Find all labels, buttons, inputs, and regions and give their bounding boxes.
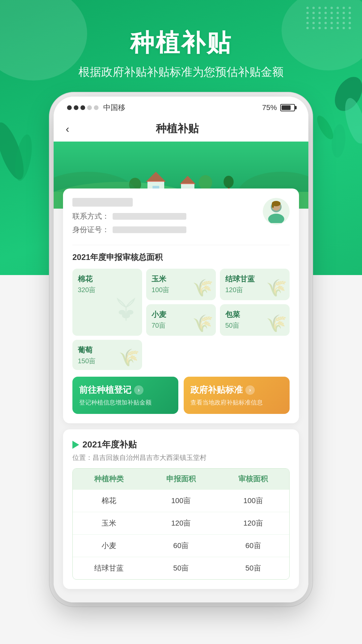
standard-button[interactable]: 政府补贴标准 › 查看当地政府补贴标准信息 xyxy=(184,377,290,414)
svg-point-24 xyxy=(224,176,234,188)
cell-reviewed-2: 60亩 xyxy=(217,535,289,557)
standard-btn-sub: 查看当地政府补贴标准信息 xyxy=(190,398,283,407)
phone-content: 联系方式： 身份证号： xyxy=(54,189,308,602)
svg-rect-31 xyxy=(272,204,274,208)
svg-point-22 xyxy=(199,175,212,190)
crop-card-cabbage: 结球甘蓝 120亩 🌾 xyxy=(220,269,290,300)
battery-pct: 75% xyxy=(262,103,277,112)
user-avatar xyxy=(263,198,290,225)
svg-marker-15 xyxy=(146,172,166,182)
cell-crop-1: 玉米 xyxy=(73,512,145,534)
standard-arrow: › xyxy=(245,385,255,395)
battery-fill xyxy=(282,105,291,110)
table-row: 玉米 120亩 120亩 xyxy=(73,512,289,534)
table-body: 棉花 100亩 100亩 玉米 120亩 120亩 小麦 60亩 60亩 结球甘… xyxy=(73,489,289,579)
navbar-title: 种植补贴 xyxy=(69,121,286,136)
location-text: 位置：昌吉回族自治州昌吉市大西渠镇玉堂村 xyxy=(72,453,290,462)
table-header-crop: 种植种类 xyxy=(73,469,145,489)
crop-card-corn: 玉米 100亩 🌾 xyxy=(146,269,216,300)
crop-card-grape: 葡萄 150亩 🌾 xyxy=(72,340,142,370)
cell-declared-1: 120亩 xyxy=(145,512,217,534)
register-arrow: › xyxy=(134,385,143,395)
table-header-declared: 申报面积 xyxy=(145,469,217,489)
status-right: 75% xyxy=(262,103,295,112)
signal-dot-5 xyxy=(94,105,99,110)
table-row: 小麦 60亩 60亩 xyxy=(73,534,289,557)
crop-card-wheat: 小麦 70亩 🌾 xyxy=(146,304,216,336)
user-details: 联系方式： 身份证号： xyxy=(72,198,263,238)
id-value-blurred xyxy=(113,226,186,233)
user-info-row: 联系方式： 身份证号： xyxy=(72,198,290,238)
cell-declared-0: 100亩 xyxy=(145,490,217,512)
cell-crop-0: 棉花 xyxy=(73,490,145,512)
user-id-field: 身份证号： xyxy=(72,225,263,235)
standard-btn-title: 政府补贴标准 › xyxy=(190,384,283,396)
signal-dot-3 xyxy=(80,105,85,110)
phone-frame: 中国移 75% ‹ 种植补贴 xyxy=(54,97,308,602)
divider-1 xyxy=(72,245,290,245)
header-section: 种植补贴 根据政府补贴补贴标准为您预估补贴金额 xyxy=(0,0,362,80)
crop-icon-pakchoi: 🌾 xyxy=(266,314,287,333)
crop-name-cotton: 棉花 xyxy=(78,274,137,284)
subsidy-title: 2021年度补贴 xyxy=(82,439,137,450)
table-header-reviewed: 审核面积 xyxy=(217,469,289,489)
action-row: 前往种植登记 › 登记种植信息增加补贴金额 政府补贴标准 › 查看当地政府补贴标… xyxy=(72,377,290,414)
battery-bar xyxy=(280,104,295,111)
main-title: 种植补贴 xyxy=(0,27,362,59)
subsidy-card: 2021年度补贴 位置：昌吉回族自治州昌吉市大西渠镇玉堂村 种植种类 申报面积 … xyxy=(63,429,299,589)
cell-reviewed-3: 50亩 xyxy=(217,557,289,579)
crop-icon-grape: 🌾 xyxy=(119,348,139,367)
cell-declared-3: 50亩 xyxy=(145,557,217,579)
user-name-blurred xyxy=(72,198,133,207)
crop-area-cotton: 320亩 xyxy=(78,285,137,294)
status-bar: 中国移 75% xyxy=(54,97,308,116)
contact-value-blurred xyxy=(113,213,186,220)
table-row: 棉花 100亩 100亩 xyxy=(73,489,289,512)
crop-card-cotton: 棉花 320亩 xyxy=(72,269,142,336)
signal-dot-4 xyxy=(87,105,92,110)
user-contact-field: 联系方式： xyxy=(72,211,263,221)
signal-dot-1 xyxy=(67,105,72,110)
cell-crop-2: 小麦 xyxy=(73,535,145,557)
register-btn-title: 前往种植登记 › xyxy=(79,384,172,396)
cell-crop-3: 结球甘蓝 xyxy=(73,557,145,579)
svg-point-28 xyxy=(268,214,284,223)
sub-title: 根据政府补贴补贴标准为您预估补贴金额 xyxy=(0,64,362,80)
crop-icon-cabbage: 🌾 xyxy=(266,278,287,298)
back-button[interactable]: ‹ xyxy=(66,123,69,135)
phone-mockup: 中国移 75% ‹ 种植补贴 xyxy=(0,97,362,623)
crop-icon-cotton xyxy=(113,297,139,330)
user-info-card: 联系方式： 身份证号： xyxy=(63,189,299,423)
register-btn-sub: 登记种植信息增加补贴金额 xyxy=(79,398,172,407)
carrier-text: 中国移 xyxy=(103,103,125,113)
app-navbar: ‹ 种植补贴 xyxy=(54,116,308,142)
svg-point-34 xyxy=(127,310,133,315)
crop-icon-corn: 🌾 xyxy=(192,278,213,298)
register-button[interactable]: 前往种植登记 › 登记种植信息增加补贴金额 xyxy=(72,377,178,414)
cell-reviewed-1: 120亩 xyxy=(217,512,289,534)
id-label: 身份证号： xyxy=(72,225,109,235)
crop-section-title: 2021年度申报审核总面积 xyxy=(72,252,290,263)
table-row: 结球甘蓝 50亩 50亩 xyxy=(73,557,289,579)
crop-card-pakchoi: 包菜 50亩 🌾 xyxy=(220,304,290,336)
triangle-icon xyxy=(72,441,79,449)
cell-reviewed-0: 100亩 xyxy=(217,490,289,512)
subsidy-table: 种植种类 申报面积 审核面积 棉花 100亩 100亩 玉米 120亩 120亩… xyxy=(72,468,290,580)
cell-declared-2: 60亩 xyxy=(145,535,217,557)
table-header: 种植种类 申报面积 审核面积 xyxy=(73,469,289,489)
contact-label: 联系方式： xyxy=(72,211,109,221)
status-left: 中国移 xyxy=(67,103,125,113)
crop-icon-wheat: 🌾 xyxy=(192,314,213,333)
subsidy-header: 2021年度补贴 xyxy=(72,439,290,450)
crop-grid: 棉花 320亩 xyxy=(72,269,290,370)
signal-dot-2 xyxy=(74,105,78,110)
svg-marker-18 xyxy=(180,176,196,184)
svg-point-33 xyxy=(119,310,125,315)
